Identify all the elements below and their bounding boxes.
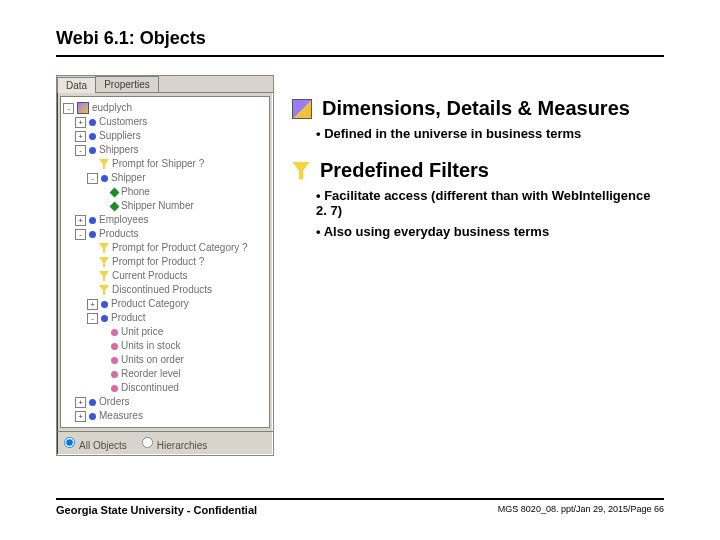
- tree-toggle-icon[interactable]: -: [87, 173, 98, 184]
- tree-label: Measures: [99, 409, 143, 423]
- tree-toggle-icon[interactable]: -: [75, 229, 86, 240]
- tree-body[interactable]: -eudplych+Customers+Suppliers-ShippersPr…: [60, 96, 270, 428]
- tree-node[interactable]: Discontinued: [63, 381, 267, 395]
- dim-icon: [101, 175, 108, 182]
- tree-tabs: Data Properties: [57, 76, 273, 93]
- dim-icon: [89, 413, 96, 420]
- tree-label: Product Category: [111, 297, 189, 311]
- tree-toggle-icon: [87, 286, 96, 295]
- slide-title: Webi 6.1: Objects: [56, 28, 664, 49]
- tree-node[interactable]: Units on order: [63, 353, 267, 367]
- tree-toggle-icon: [99, 342, 108, 351]
- right-column: Dimensions, Details & Measures • Defined…: [292, 75, 664, 257]
- tree-node[interactable]: Prompt for Shipper ?: [63, 157, 267, 171]
- dim-icon: [89, 217, 96, 224]
- tree-node[interactable]: +Suppliers: [63, 129, 267, 143]
- dim-icon: [89, 133, 96, 140]
- tree-label: Discontinued Products: [112, 283, 212, 297]
- tree-node[interactable]: +Measures: [63, 409, 267, 423]
- tree-label: Products: [99, 227, 138, 241]
- tree-toggle-icon[interactable]: +: [75, 117, 86, 128]
- tree-toggle-icon[interactable]: +: [75, 131, 86, 142]
- filter-icon: [99, 257, 109, 267]
- footer-left: Georgia State University - Confidential: [56, 504, 257, 516]
- filter-icon: [292, 162, 310, 180]
- tree-toggle-icon[interactable]: +: [75, 411, 86, 422]
- tree-node[interactable]: Reorder level: [63, 367, 267, 381]
- tree-node[interactable]: -Shipper: [63, 171, 267, 185]
- tree-label: Units in stock: [121, 339, 180, 353]
- tree-toggle-icon: [99, 356, 108, 365]
- title-rule: [56, 55, 664, 57]
- tree-label: Customers: [99, 115, 147, 129]
- tree-node[interactable]: Prompt for Product ?: [63, 255, 267, 269]
- dim-icon: [89, 119, 96, 126]
- tree-node[interactable]: Discontinued Products: [63, 283, 267, 297]
- cube-icon: [292, 99, 312, 119]
- tree-node[interactable]: Units in stock: [63, 339, 267, 353]
- section-heading: Predefined Filters: [320, 159, 489, 182]
- tree-label: Orders: [99, 395, 130, 409]
- tree-label: Shippers: [99, 143, 138, 157]
- tree-toggle-icon: [87, 272, 96, 281]
- objects-tree-panel: Data Properties -eudplych+Customers+Supp…: [56, 75, 274, 456]
- cube-icon: [77, 102, 89, 114]
- filter-icon: [99, 271, 109, 281]
- tree-toggle-icon[interactable]: +: [87, 299, 98, 310]
- tree-label: Product: [111, 311, 145, 325]
- tree-label: Prompt for Product Category ?: [112, 241, 248, 255]
- tree-toggle-icon[interactable]: -: [87, 313, 98, 324]
- tree-toggle-icon: [87, 160, 96, 169]
- dim-icon: [89, 399, 96, 406]
- tree-toggle-icon: [87, 258, 96, 267]
- tree-node[interactable]: -Product: [63, 311, 267, 325]
- tree-toggle-icon: [99, 370, 108, 379]
- tree-toggle-icon[interactable]: +: [75, 397, 86, 408]
- tree-label: Shipper: [111, 171, 145, 185]
- radio-hierarchies[interactable]: Hierarchies: [141, 436, 208, 451]
- measure-icon: [111, 329, 118, 336]
- tab-data[interactable]: Data: [57, 77, 96, 93]
- tree-toggle-icon: [99, 384, 108, 393]
- tab-properties[interactable]: Properties: [95, 76, 159, 92]
- tree-toggle-icon[interactable]: -: [63, 103, 74, 114]
- tree-node[interactable]: -Products: [63, 227, 267, 241]
- measure-icon: [111, 357, 118, 364]
- tree-label: Discontinued: [121, 381, 179, 395]
- tree-node[interactable]: Shipper Number: [63, 199, 267, 213]
- radio-all-objects[interactable]: All Objects: [63, 436, 127, 451]
- tree-node[interactable]: Prompt for Product Category ?: [63, 241, 267, 255]
- tree-node[interactable]: +Product Category: [63, 297, 267, 311]
- tree-node[interactable]: +Orders: [63, 395, 267, 409]
- tree-node[interactable]: -eudplych: [63, 101, 267, 115]
- tree-node[interactable]: +Customers: [63, 115, 267, 129]
- tree-node[interactable]: Current Products: [63, 269, 267, 283]
- tree-label: Units on order: [121, 353, 184, 367]
- detail-icon: [110, 187, 120, 197]
- tree-toggle-icon: [99, 188, 108, 197]
- detail-icon: [110, 201, 120, 211]
- tree-toggle-icon[interactable]: +: [75, 215, 86, 226]
- measure-icon: [111, 343, 118, 350]
- dim-icon: [101, 315, 108, 322]
- content-row: Data Properties -eudplych+Customers+Supp…: [56, 75, 664, 456]
- tree-radio-row: All Objects Hierarchies: [57, 431, 273, 455]
- tree-label: Employees: [99, 213, 148, 227]
- tree-label: Suppliers: [99, 129, 141, 143]
- tree-node[interactable]: +Employees: [63, 213, 267, 227]
- footer-right: MGS 8020_08. ppt/Jan 29, 2015/Page 66: [498, 504, 664, 516]
- tree-label: Unit price: [121, 325, 163, 339]
- section-filters: Predefined Filters • Facilitate access (…: [292, 159, 664, 239]
- tree-label: Prompt for Shipper ?: [112, 157, 204, 171]
- dim-icon: [89, 147, 96, 154]
- tree-node[interactable]: Unit price: [63, 325, 267, 339]
- tree-label: Reorder level: [121, 367, 180, 381]
- tree-node[interactable]: -Shippers: [63, 143, 267, 157]
- tree-toggle-icon: [87, 244, 96, 253]
- tree-node[interactable]: Phone: [63, 185, 267, 199]
- tree-toggle-icon[interactable]: -: [75, 145, 86, 156]
- section-dimensions: Dimensions, Details & Measures • Defined…: [292, 97, 664, 141]
- bullet-text: • Defined in the universe in business te…: [316, 126, 664, 141]
- tree-toggle-icon: [99, 202, 108, 211]
- dim-icon: [89, 231, 96, 238]
